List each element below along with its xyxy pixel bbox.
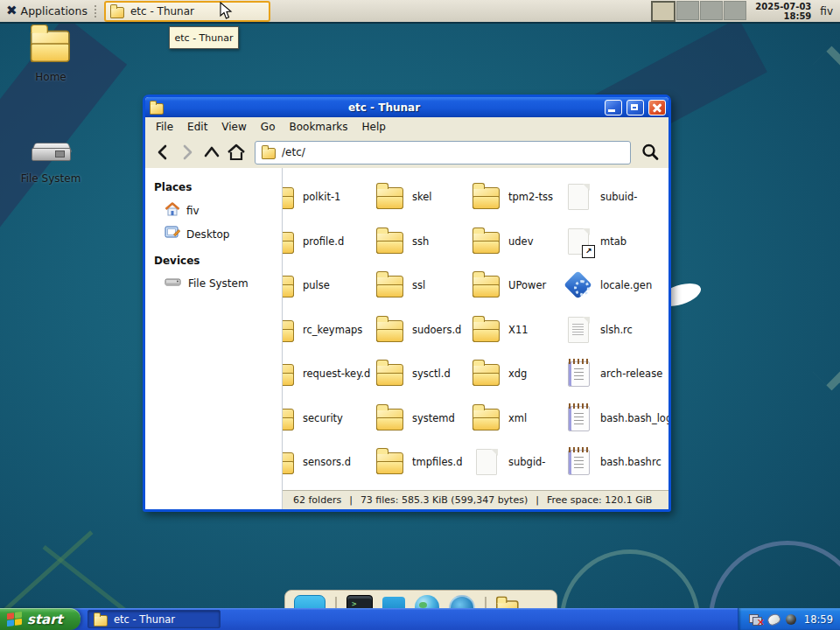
file-label: udev (508, 235, 533, 248)
file-label: bash.bash_log (600, 412, 668, 424)
menu-help[interactable]: Help (355, 118, 393, 136)
file-item[interactable]: polkit-1 (283, 175, 376, 220)
file-label: locale.gen (600, 279, 652, 291)
folder-icon (31, 24, 71, 65)
desktop-icon-file-system[interactable]: File System (11, 136, 90, 185)
applications-menu[interactable]: Applications (21, 4, 88, 18)
file-item[interactable]: skel (376, 175, 472, 220)
up-button[interactable] (200, 141, 223, 164)
file-item[interactable]: X11 (472, 308, 564, 353)
status-separator: | (349, 494, 353, 506)
file-item[interactable]: bash.bash_log (564, 396, 668, 441)
file-item[interactable]: tpm2-tss (472, 175, 564, 220)
file-item[interactable]: rc_keymaps (283, 308, 376, 353)
desktop-icon-label: Home (35, 71, 66, 83)
file-item[interactable]: systemd (376, 396, 472, 441)
window-titlebar[interactable]: etc - Thunar (145, 97, 668, 117)
file-item[interactable]: ssl (376, 263, 472, 308)
file-item[interactable]: subgid- (472, 440, 564, 485)
file-item[interactable]: arch-release (564, 352, 668, 396)
tray-clock: 18:59 (804, 613, 833, 626)
system-tray: ✕18:59 (738, 608, 840, 630)
workspace-pager (651, 1, 746, 22)
menu-bookmarks[interactable]: Bookmarks (282, 118, 354, 136)
sidebar-item-label: Desktop (186, 228, 230, 241)
file-label: arch-release (600, 368, 662, 380)
file-item[interactable]: subuid- (564, 175, 668, 220)
workspace-2[interactable] (676, 1, 699, 20)
file-item[interactable]: pulse (283, 263, 376, 308)
sidebar-item-label: fiv (186, 205, 200, 217)
maximize-button[interactable] (626, 100, 644, 116)
status-folders: 62 folders (293, 494, 341, 506)
file-label: sudoers.d (412, 324, 461, 336)
file-item[interactable]: sensors.d (283, 440, 376, 485)
workspace-3[interactable] (700, 1, 723, 20)
folder-icon (283, 183, 295, 211)
back-button[interactable] (151, 141, 174, 164)
folder-icon (472, 404, 500, 432)
file-file-icon (472, 448, 500, 476)
file-label: skel (412, 191, 432, 203)
file-item[interactable]: ssh (376, 220, 472, 264)
path-bar[interactable]: /etc/ (255, 141, 631, 164)
menu-view[interactable]: View (214, 118, 253, 136)
folder-icon (472, 360, 500, 388)
status-separator: | (536, 494, 539, 506)
places-header: Places (154, 181, 275, 193)
workspace-4[interactable] (724, 1, 746, 20)
file-label: tpm2-tss (508, 191, 553, 203)
file-label: subuid- (600, 191, 638, 203)
menu-file[interactable]: File (149, 118, 180, 136)
menu-go[interactable]: Go (254, 118, 283, 136)
close-button[interactable] (648, 100, 666, 116)
file-item[interactable]: locale.gen (564, 263, 668, 308)
home-button[interactable] (225, 141, 248, 164)
network-offline-icon[interactable]: ✕ (749, 613, 762, 625)
panel-handle[interactable] (94, 5, 100, 18)
sidebar-item-fiv[interactable]: fiv (154, 199, 275, 222)
file-item[interactable]: tmpfiles.d (376, 440, 472, 485)
folder-icon (376, 448, 404, 476)
file-item[interactable]: security (283, 396, 376, 441)
pointer-device-icon[interactable] (766, 612, 782, 626)
forward-button[interactable] (176, 141, 199, 164)
menu-edit[interactable]: Edit (180, 118, 214, 136)
file-item[interactable]: sysctl.d (376, 352, 472, 396)
search-button[interactable] (638, 140, 662, 164)
search-icon (640, 143, 660, 162)
notepad-file-icon (564, 360, 592, 388)
windows-flag-icon (7, 612, 22, 626)
sidebar: Places fivDesktop Devices File System (145, 168, 283, 509)
file-item[interactable]: bash.bashrc (564, 440, 668, 485)
file-item[interactable]: sudoers.d (376, 308, 472, 353)
taskbar-folder-icon (94, 613, 108, 626)
wallpaper-shape (659, 46, 840, 391)
file-item[interactable]: xml (472, 396, 564, 441)
window-list-button[interactable]: etc - Thunar (104, 1, 270, 22)
folder-icon (376, 360, 404, 388)
window-list-label: etc - Thunar (130, 5, 194, 18)
file-item[interactable]: profile.d (283, 220, 376, 264)
file-item[interactable]: slsh.rc (564, 308, 668, 353)
file-item[interactable]: udev (472, 220, 564, 264)
start-button[interactable]: start (0, 608, 80, 630)
file-item[interactable]: UPower (472, 263, 564, 308)
thunar-window: etc - Thunar FileEditViewGoBookmarksHelp (143, 94, 671, 512)
taskbar-window-button[interactable]: etc - Thunar (88, 610, 220, 628)
minimize-button[interactable] (605, 100, 622, 116)
sidebar-item-desktop[interactable]: Desktop (154, 222, 275, 246)
window-folder-icon (150, 102, 164, 114)
file-label: sensors.d (303, 456, 351, 468)
file-item[interactable]: xdg (472, 352, 564, 396)
sidebar-item-file-system[interactable]: File System (154, 272, 275, 295)
folder-icon (472, 271, 500, 299)
desktop-icon-home[interactable]: Home (11, 37, 90, 83)
workspace-1[interactable] (651, 1, 676, 22)
path-folder-icon (262, 146, 276, 158)
file-label: ssh (412, 235, 429, 248)
tooltip: etc - Thunar (169, 26, 239, 49)
file-item[interactable]: request-key.d (283, 352, 376, 396)
volume-icon[interactable] (786, 614, 796, 625)
file-item[interactable]: ↗mtab (564, 220, 668, 264)
